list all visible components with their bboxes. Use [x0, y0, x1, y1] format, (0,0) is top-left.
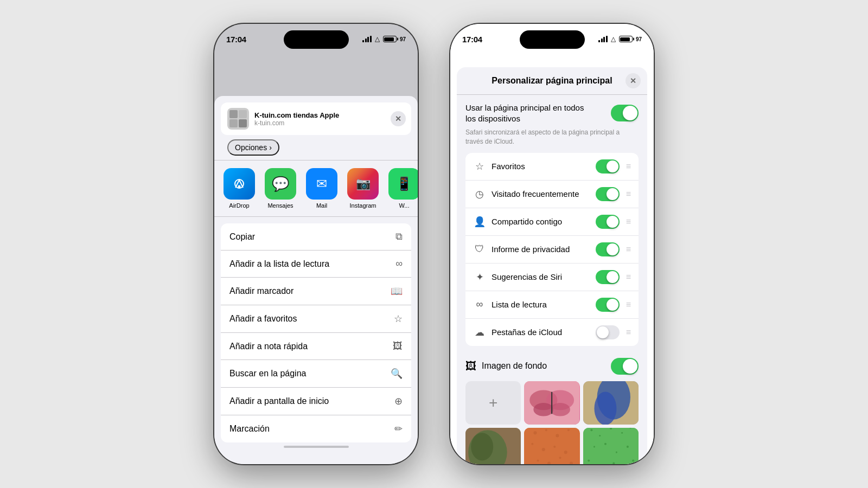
svg-point-10 — [594, 391, 616, 424]
bg-header-left: 🖼 Imagen de fondo — [465, 360, 547, 373]
visited-actions: ≡ — [596, 187, 631, 201]
svg-point-33 — [593, 446, 595, 447]
row-siri: ✦ Sugerencias de Siri ≡ — [465, 264, 639, 291]
battery-pct-right: 97 — [636, 36, 642, 42]
copy-icon: ⧉ — [395, 231, 403, 242]
svg-rect-27 — [583, 428, 639, 464]
left-screen: 17:04 △ 97 — [214, 24, 418, 464]
bg-orange-dots[interactable] — [524, 428, 579, 464]
svg-point-22 — [564, 451, 567, 454]
action-quicknote[interactable]: Añadir a nota rápida 🖼 — [221, 332, 411, 359]
svg-point-15 — [534, 431, 537, 434]
action-reading-list[interactable]: Añadir a la lista de lectura ∞ — [221, 250, 411, 277]
sync-toggle-row: Usar la página principal en todos los di… — [465, 95, 639, 128]
share-app-airdrop[interactable]: AirDrop — [223, 168, 256, 209]
url-title: K-tuin.com tiendas Apple — [254, 111, 405, 119]
siri-actions: ≡ — [596, 270, 631, 284]
visited-toggle[interactable] — [596, 187, 620, 201]
background-section: 🖼 Imagen de fondo + — [465, 354, 639, 464]
share-app-whatsapp[interactable]: 📱 W... — [388, 168, 418, 209]
bg-earth[interactable] — [465, 428, 521, 464]
customize-header: Personalizar página principal ✕ — [457, 67, 647, 95]
shared-actions: ≡ — [596, 215, 631, 229]
bg-grid-2 — [465, 428, 639, 464]
svg-point-34 — [604, 442, 607, 445]
action-markup[interactable]: Marcación ✏ — [221, 415, 411, 442]
dynamic-island-right — [520, 30, 585, 49]
bg-green-pattern[interactable] — [583, 428, 639, 464]
mail-label: Mail — [316, 202, 327, 209]
action-find[interactable]: Buscar en la página 🔍 — [221, 359, 411, 387]
favoritos-drag: ≡ — [626, 162, 631, 171]
svg-point-16 — [545, 429, 547, 431]
url-domain: k-tuin.com — [254, 119, 405, 127]
action-copy[interactable]: Copiar ⧉ — [221, 223, 411, 250]
action-bookmark[interactable]: Añadir marcador 📖 — [221, 277, 411, 305]
share-app-mail[interactable]: ✉ Mail — [305, 168, 338, 209]
divider2 — [214, 216, 418, 217]
siri-label: Sugerencias de Siri — [492, 272, 590, 281]
customize-sheet: Personalizar página principal ✕ Usar la … — [457, 67, 647, 464]
svg-point-1 — [238, 185, 241, 188]
clock-icon: ◷ — [473, 188, 486, 200]
row-visited: ◷ Visitado frecuentemente ≡ — [465, 181, 639, 208]
time-left: 17:04 — [226, 35, 246, 44]
dynamic-island-left — [284, 30, 349, 49]
bg-butterfly[interactable] — [524, 381, 579, 425]
bg-toggle[interactable] — [611, 358, 639, 375]
readinglist-toggle[interactable] — [596, 298, 620, 312]
messages-label: Mensajes — [267, 202, 293, 209]
share-sheet[interactable]: K-tuin.com tiendas Apple k-tuin.com ✕ Op… — [214, 96, 418, 464]
privacy-drag: ≡ — [626, 245, 631, 254]
mail-icon: ✉ — [306, 168, 337, 200]
instagram-label: Instagram — [350, 202, 376, 209]
svg-point-35 — [616, 451, 617, 453]
shared-drag: ≡ — [626, 217, 631, 227]
share-apps-row: AirDrop 💬 Mensajes ✉ Mail 📷 — [214, 160, 418, 216]
copy-label: Copiar — [229, 232, 255, 242]
instagram-icon: 📷 — [347, 168, 379, 200]
action-homescreen[interactable]: Añadir a pantalla de inicio ⊕ — [221, 387, 411, 415]
svg-point-19 — [532, 442, 534, 445]
privacy-toggle[interactable] — [596, 242, 620, 256]
status-icons-left: △ 97 — [362, 35, 406, 43]
shield-row-icon: 🛡 — [473, 243, 486, 255]
bg-add-button[interactable]: + — [465, 381, 521, 425]
shared-toggle[interactable] — [596, 215, 620, 229]
svg-point-6 — [550, 403, 570, 416]
siri-toggle[interactable] — [596, 270, 620, 284]
readinglist-label: Lista de lectura — [492, 300, 590, 309]
svg-point-17 — [556, 434, 559, 437]
bg-blue-figure[interactable] — [583, 381, 639, 425]
icloud-toggle[interactable] — [596, 325, 620, 339]
airdrop-label: AirDrop — [229, 202, 249, 209]
icloud-label: Pestañas de iCloud — [492, 328, 590, 337]
bg-grid: + — [465, 381, 639, 425]
cloud-icon: ☁ — [473, 326, 486, 338]
right-phone: 17:04 △ 97 Personalizar página principal — [450, 24, 654, 464]
sync-toggle[interactable] — [611, 105, 639, 121]
bg-label: Imagen de fondo — [482, 361, 547, 371]
options-button[interactable]: Opciones › — [227, 139, 279, 156]
favoritos-toggle[interactable] — [596, 159, 620, 174]
share-app-messages[interactable]: 💬 Mensajes — [264, 168, 297, 209]
left-phone: 17:04 △ 97 — [214, 24, 418, 464]
action-favorites[interactable]: Añadir a favoritos ☆ — [221, 305, 411, 332]
whatsapp-icon: 📱 — [388, 168, 418, 200]
battery-left — [383, 36, 397, 42]
close-share-button[interactable]: ✕ — [391, 111, 406, 126]
share-app-instagram[interactable]: 📷 Instagram — [347, 168, 379, 209]
row-readinglist: ∞ Lista de lectura ≡ — [465, 291, 639, 319]
sync-sublabel: Safari sincronizará el aspecto de la pág… — [465, 128, 639, 153]
messages-icon: 💬 — [265, 168, 296, 200]
svg-point-18 — [567, 429, 570, 431]
readinglist-actions: ≡ — [596, 298, 631, 312]
reading-icon: ∞ — [473, 299, 486, 310]
wifi-icon-right: △ — [611, 35, 616, 43]
star-icon: ☆ — [394, 313, 403, 325]
svg-point-41 — [632, 459, 634, 461]
close-customize-button[interactable]: ✕ — [626, 73, 641, 88]
svg-point-37 — [588, 459, 590, 461]
time-right: 17:04 — [462, 35, 482, 44]
note-icon: 🖼 — [393, 341, 403, 352]
